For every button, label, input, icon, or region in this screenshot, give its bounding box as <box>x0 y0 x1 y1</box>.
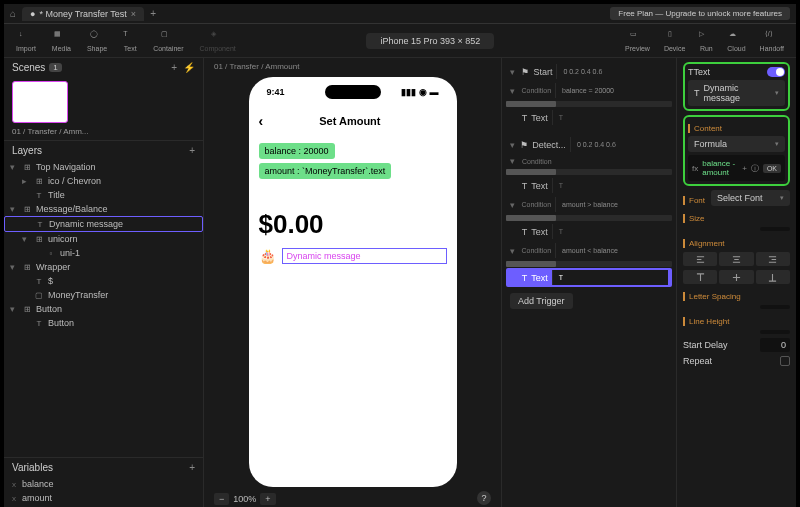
layer-topnav[interactable]: ▾⊞Top Navigation <box>4 160 203 174</box>
condition-row-3[interactable]: ▾Conditionamount > balance <box>506 195 672 214</box>
text-header: T Text <box>688 67 785 77</box>
formula-info-icon[interactable]: ⓘ <box>751 163 759 174</box>
layer-moneytransfer[interactable]: ▢MoneyTransfer <box>4 288 203 302</box>
handoff-tool[interactable]: ⟨/⟩Handoff <box>754 28 790 54</box>
align-middle-button[interactable] <box>719 270 753 284</box>
layer-uni1[interactable]: ▫uni-1 <box>4 246 203 260</box>
variable-balance[interactable]: xbalance <box>4 477 203 491</box>
add-trigger-button[interactable]: Add Trigger <box>510 293 573 309</box>
tab-title: * Money Transfer Test <box>39 9 126 19</box>
zoom-control: − 100% + <box>214 493 276 505</box>
letter-spacing-field[interactable] <box>760 305 790 309</box>
run-icon: ▷ <box>699 30 713 44</box>
text-icon: T <box>522 113 528 123</box>
back-chevron-icon[interactable]: ‹ <box>259 113 264 129</box>
signal-icon: ▮▮▮ <box>401 87 416 97</box>
chip-balance: balance : 20000 <box>259 143 335 159</box>
formula-input[interactable]: fx balance - amount + ⓘ OK <box>688 155 785 181</box>
condition-row-4[interactable]: ▾Conditionamount < balance <box>506 241 672 260</box>
device-selector[interactable]: iPhone 15 Pro 393 × 852 <box>366 33 494 49</box>
layers-tree: ▾⊞Top Navigation ▸⊞ico / Chevron TTitle … <box>4 160 203 457</box>
layer-wrapper[interactable]: ▾⊞Wrapper <box>4 260 203 274</box>
layer-msgbal[interactable]: ▾⊞Message/Balance <box>4 202 203 216</box>
variables-header: Variables + <box>4 458 203 477</box>
preview-tool[interactable]: ▭Preview <box>619 28 656 54</box>
text-dropdown[interactable]: T Dynamic message ▾ <box>688 80 785 106</box>
size-field[interactable] <box>760 227 790 231</box>
timeline[interactable] <box>506 101 672 107</box>
align-horizontal <box>683 252 790 266</box>
action-text-selected[interactable]: TTextT <box>506 268 672 287</box>
device-tool[interactable]: ▯Device <box>658 28 691 54</box>
align-center-button[interactable] <box>719 252 753 266</box>
line-height-field[interactable] <box>760 330 790 334</box>
timeline[interactable] <box>506 261 672 267</box>
document-tab[interactable]: ● * Money Transfer Test × <box>22 7 144 21</box>
text-tool[interactable]: TText <box>117 28 143 54</box>
scene-thumbnail[interactable] <box>12 81 68 123</box>
amount-display: $0.00 <box>259 209 447 240</box>
flag-icon: ⚑ <box>520 140 528 150</box>
formula-ok-button[interactable]: OK <box>763 164 781 173</box>
layer-unicorn[interactable]: ▾⊞unicorn <box>4 232 203 246</box>
breadcrumb[interactable]: 01 / Transfer / Ammount <box>204 58 309 75</box>
add-variable-icon[interactable]: + <box>189 462 195 473</box>
size-label: Size <box>683 214 790 223</box>
add-layer-icon[interactable]: + <box>189 145 195 156</box>
layer-dynamic-message[interactable]: TDynamic message <box>4 216 203 232</box>
zoom-out-button[interactable]: − <box>214 493 229 505</box>
preview-icon: ▭ <box>630 30 644 44</box>
layer-chevron[interactable]: ▸⊞ico / Chevron <box>4 174 203 188</box>
shape-icon: ◯ <box>90 30 104 44</box>
text-icon: T <box>522 227 528 237</box>
layer-button[interactable]: ▾⊞Button <box>4 302 203 316</box>
layer-dollar[interactable]: T$ <box>4 274 203 288</box>
repeat-checkbox[interactable] <box>780 356 790 366</box>
align-right-button[interactable] <box>756 252 790 266</box>
trigger-detect[interactable]: ▾⚑Detect...0 0.2 0.4 0.6 <box>506 135 672 154</box>
formula-add-icon[interactable]: + <box>742 164 747 173</box>
start-delay-field[interactable]: 0 <box>760 338 790 352</box>
layer-button-child[interactable]: TButton <box>4 316 203 330</box>
text-icon: T <box>522 273 528 283</box>
component-icon: ◈ <box>211 30 225 44</box>
layer-title[interactable]: TTitle <box>4 188 203 202</box>
align-left-button[interactable] <box>683 252 717 266</box>
help-button[interactable]: ? <box>477 491 491 505</box>
action-text-2[interactable]: TTextT <box>506 176 672 195</box>
canvas[interactable]: 01 / Transfer / Ammount 9:41 ▮▮▮ ◉ ▬ ‹ S… <box>204 58 501 507</box>
phone-frame: 9:41 ▮▮▮ ◉ ▬ ‹ Set Amount balance : 2000… <box>249 77 457 487</box>
timeline[interactable] <box>506 169 672 175</box>
timeline[interactable] <box>506 215 672 221</box>
letter-spacing-label: Letter Spacing <box>683 292 790 301</box>
dynamic-message-field[interactable]: Dynamic message <box>282 248 447 264</box>
font-dropdown[interactable]: Select Font▾ <box>711 190 790 206</box>
free-plan-banner[interactable]: Free Plan — Upgrade to unlock more featu… <box>610 7 790 20</box>
app-window: ⌂ ● * Money Transfer Test × + Free Plan … <box>4 4 796 507</box>
text-toggle[interactable] <box>767 67 785 77</box>
tab-close-icon[interactable]: × <box>131 9 136 19</box>
align-bottom-button[interactable] <box>756 270 790 284</box>
cloud-tool[interactable]: ☁Cloud <box>721 28 751 54</box>
add-scene-icon[interactable]: + <box>171 62 177 73</box>
run-tool[interactable]: ▷Run <box>693 28 719 54</box>
action-text[interactable]: TTextT <box>506 108 672 127</box>
dynamic-row: 🎂 Dynamic message <box>259 248 447 264</box>
import-tool[interactable]: ↓Import <box>10 28 42 54</box>
zoom-in-button[interactable]: + <box>260 493 275 505</box>
condition-row-2[interactable]: ▾Condition <box>506 154 672 168</box>
trigger-start[interactable]: ▾⚑Start0 0.2 0.4 0.6 <box>506 62 672 81</box>
inspector-panel: T Text T Dynamic message ▾ Content Formu… <box>676 58 796 507</box>
container-tool[interactable]: ▢Container <box>147 28 189 54</box>
shape-tool[interactable]: ◯Shape <box>81 28 113 54</box>
tab-add-button[interactable]: + <box>150 8 156 19</box>
home-icon[interactable]: ⌂ <box>10 8 16 19</box>
main-area: Scenes 1 + ⚡ 01 / Transfer / Amm... Laye… <box>4 58 796 507</box>
condition-row[interactable]: ▾Conditionbalance = 20000 <box>506 81 672 100</box>
content-type-dropdown[interactable]: Formula ▾ <box>688 136 785 152</box>
action-text-3[interactable]: TTextT <box>506 222 672 241</box>
variable-amount[interactable]: xamount <box>4 491 203 505</box>
scene-flash-icon[interactable]: ⚡ <box>183 62 195 73</box>
align-top-button[interactable] <box>683 270 717 284</box>
media-tool[interactable]: ▦Media <box>46 28 77 54</box>
